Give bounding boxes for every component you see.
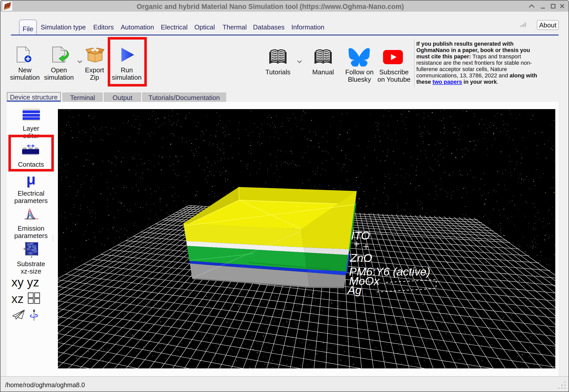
svg-text:Ag: Ag [347,284,361,297]
svg-text:ZnO: ZnO [350,251,372,264]
svg-text:z: z [31,255,33,258]
svg-text:ITO: ITO [351,229,370,242]
svg-text:x: x [23,246,25,251]
